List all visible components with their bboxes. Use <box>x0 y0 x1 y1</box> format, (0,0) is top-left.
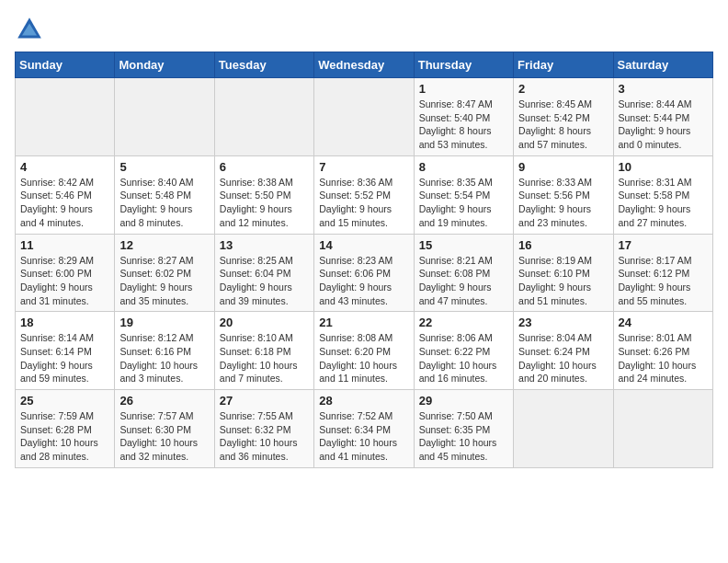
day-number: 15 <box>419 238 508 252</box>
calendar-cell: 2Sunrise: 8:45 AM Sunset: 5:42 PM Daylig… <box>514 78 613 156</box>
calendar-week-row: 1Sunrise: 8:47 AM Sunset: 5:40 PM Daylig… <box>16 78 713 156</box>
day-number: 14 <box>319 238 408 252</box>
logo-icon <box>15 15 44 44</box>
day-number: 22 <box>419 316 508 329</box>
day-info: Sunrise: 8:38 AM Sunset: 5:50 PM Dayligh… <box>220 176 309 230</box>
weekday-header: Sunday <box>16 52 115 78</box>
day-info: Sunrise: 8:23 AM Sunset: 6:06 PM Dayligh… <box>319 254 408 308</box>
day-number: 9 <box>518 160 608 174</box>
day-info: Sunrise: 8:27 AM Sunset: 6:02 PM Dayligh… <box>119 254 209 308</box>
calendar-week-row: 25Sunrise: 7:59 AM Sunset: 6:28 PM Dayli… <box>16 390 713 468</box>
day-info: Sunrise: 8:35 AM Sunset: 5:54 PM Dayligh… <box>419 176 508 230</box>
calendar-cell <box>613 390 712 468</box>
weekday-header: Thursday <box>414 52 513 78</box>
calendar-cell: 3Sunrise: 8:44 AM Sunset: 5:44 PM Daylig… <box>613 78 712 156</box>
day-number: 10 <box>619 160 708 174</box>
day-info: Sunrise: 8:08 AM Sunset: 6:20 PM Dayligh… <box>319 331 408 385</box>
calendar-cell: 28Sunrise: 7:52 AM Sunset: 6:34 PM Dayli… <box>314 390 414 468</box>
day-number: 19 <box>119 316 209 329</box>
calendar-cell: 14Sunrise: 8:23 AM Sunset: 6:06 PM Dayli… <box>314 234 414 312</box>
calendar-table: SundayMondayTuesdayWednesdayThursdayFrid… <box>15 52 713 468</box>
calendar-header-row: SundayMondayTuesdayWednesdayThursdayFrid… <box>16 52 713 78</box>
calendar-cell <box>314 78 414 156</box>
calendar-cell <box>514 390 613 468</box>
day-number: 17 <box>619 238 708 252</box>
calendar-cell: 1Sunrise: 8:47 AM Sunset: 5:40 PM Daylig… <box>414 78 513 156</box>
day-number: 3 <box>619 82 708 96</box>
calendar-cell: 23Sunrise: 8:04 AM Sunset: 6:24 PM Dayli… <box>514 312 613 390</box>
day-info: Sunrise: 8:29 AM Sunset: 6:00 PM Dayligh… <box>20 254 109 308</box>
calendar-cell: 5Sunrise: 8:40 AM Sunset: 5:48 PM Daylig… <box>115 155 214 234</box>
day-number: 29 <box>419 394 508 408</box>
day-number: 16 <box>518 238 608 252</box>
day-info: Sunrise: 8:40 AM Sunset: 5:48 PM Dayligh… <box>119 176 209 230</box>
page-header <box>15 15 713 44</box>
calendar-cell: 7Sunrise: 8:36 AM Sunset: 5:52 PM Daylig… <box>314 155 414 234</box>
day-info: Sunrise: 8:42 AM Sunset: 5:46 PM Dayligh… <box>20 176 109 230</box>
weekday-header: Tuesday <box>214 52 313 78</box>
calendar-cell: 8Sunrise: 8:35 AM Sunset: 5:54 PM Daylig… <box>414 155 513 234</box>
day-info: Sunrise: 8:10 AM Sunset: 6:18 PM Dayligh… <box>220 331 309 385</box>
day-info: Sunrise: 8:45 AM Sunset: 5:42 PM Dayligh… <box>518 98 608 152</box>
calendar-cell: 20Sunrise: 8:10 AM Sunset: 6:18 PM Dayli… <box>214 312 313 390</box>
calendar-cell <box>115 78 214 156</box>
calendar-cell: 18Sunrise: 8:14 AM Sunset: 6:14 PM Dayli… <box>16 312 115 390</box>
day-number: 18 <box>20 316 109 329</box>
day-number: 21 <box>319 316 408 329</box>
weekday-header: Saturday <box>613 52 712 78</box>
logo <box>15 15 48 44</box>
weekday-header: Monday <box>115 52 214 78</box>
day-number: 12 <box>119 238 209 252</box>
day-info: Sunrise: 8:31 AM Sunset: 5:58 PM Dayligh… <box>619 176 708 230</box>
calendar-cell: 21Sunrise: 8:08 AM Sunset: 6:20 PM Dayli… <box>314 312 414 390</box>
day-number: 2 <box>518 82 608 96</box>
weekday-header: Friday <box>514 52 613 78</box>
calendar-cell: 26Sunrise: 7:57 AM Sunset: 6:30 PM Dayli… <box>115 390 214 468</box>
day-number: 23 <box>518 316 608 329</box>
day-number: 25 <box>20 394 109 408</box>
day-number: 24 <box>619 316 708 329</box>
day-info: Sunrise: 8:19 AM Sunset: 6:10 PM Dayligh… <box>518 254 608 308</box>
day-info: Sunrise: 8:06 AM Sunset: 6:22 PM Dayligh… <box>419 331 508 385</box>
day-number: 6 <box>220 160 309 174</box>
calendar-cell: 25Sunrise: 7:59 AM Sunset: 6:28 PM Dayli… <box>16 390 115 468</box>
calendar-cell: 4Sunrise: 8:42 AM Sunset: 5:46 PM Daylig… <box>16 155 115 234</box>
day-number: 7 <box>319 160 408 174</box>
calendar-cell: 29Sunrise: 7:50 AM Sunset: 6:35 PM Dayli… <box>414 390 513 468</box>
calendar-cell: 27Sunrise: 7:55 AM Sunset: 6:32 PM Dayli… <box>214 390 313 468</box>
calendar-cell: 17Sunrise: 8:17 AM Sunset: 6:12 PM Dayli… <box>613 234 712 312</box>
day-info: Sunrise: 8:25 AM Sunset: 6:04 PM Dayligh… <box>220 254 309 308</box>
day-number: 28 <box>319 394 408 408</box>
weekday-header: Wednesday <box>314 52 414 78</box>
day-number: 20 <box>220 316 309 329</box>
day-info: Sunrise: 8:04 AM Sunset: 6:24 PM Dayligh… <box>518 331 608 385</box>
day-info: Sunrise: 8:21 AM Sunset: 6:08 PM Dayligh… <box>419 254 508 308</box>
calendar-cell: 15Sunrise: 8:21 AM Sunset: 6:08 PM Dayli… <box>414 234 513 312</box>
day-info: Sunrise: 7:57 AM Sunset: 6:30 PM Dayligh… <box>119 409 209 464</box>
calendar-cell <box>214 78 313 156</box>
calendar-cell <box>16 78 115 156</box>
day-number: 11 <box>20 238 109 252</box>
day-number: 4 <box>20 160 109 174</box>
day-number: 8 <box>419 160 508 174</box>
day-info: Sunrise: 7:50 AM Sunset: 6:35 PM Dayligh… <box>419 409 508 464</box>
day-info: Sunrise: 8:33 AM Sunset: 5:56 PM Dayligh… <box>518 176 608 230</box>
calendar-cell: 22Sunrise: 8:06 AM Sunset: 6:22 PM Dayli… <box>414 312 513 390</box>
day-number: 1 <box>419 82 508 96</box>
day-number: 13 <box>220 238 309 252</box>
calendar-cell: 13Sunrise: 8:25 AM Sunset: 6:04 PM Dayli… <box>214 234 313 312</box>
day-info: Sunrise: 8:17 AM Sunset: 6:12 PM Dayligh… <box>619 254 708 308</box>
day-info: Sunrise: 7:59 AM Sunset: 6:28 PM Dayligh… <box>20 409 109 464</box>
calendar-cell: 6Sunrise: 8:38 AM Sunset: 5:50 PM Daylig… <box>214 155 313 234</box>
calendar-cell: 10Sunrise: 8:31 AM Sunset: 5:58 PM Dayli… <box>613 155 712 234</box>
day-number: 5 <box>119 160 209 174</box>
calendar-cell: 16Sunrise: 8:19 AM Sunset: 6:10 PM Dayli… <box>514 234 613 312</box>
day-info: Sunrise: 8:44 AM Sunset: 5:44 PM Dayligh… <box>619 98 708 152</box>
calendar-cell: 19Sunrise: 8:12 AM Sunset: 6:16 PM Dayli… <box>115 312 214 390</box>
day-info: Sunrise: 8:47 AM Sunset: 5:40 PM Dayligh… <box>419 98 508 152</box>
day-number: 26 <box>119 394 209 408</box>
day-info: Sunrise: 8:36 AM Sunset: 5:52 PM Dayligh… <box>319 176 408 230</box>
calendar-cell: 9Sunrise: 8:33 AM Sunset: 5:56 PM Daylig… <box>514 155 613 234</box>
calendar-cell: 11Sunrise: 8:29 AM Sunset: 6:00 PM Dayli… <box>16 234 115 312</box>
day-info: Sunrise: 7:55 AM Sunset: 6:32 PM Dayligh… <box>220 409 309 464</box>
